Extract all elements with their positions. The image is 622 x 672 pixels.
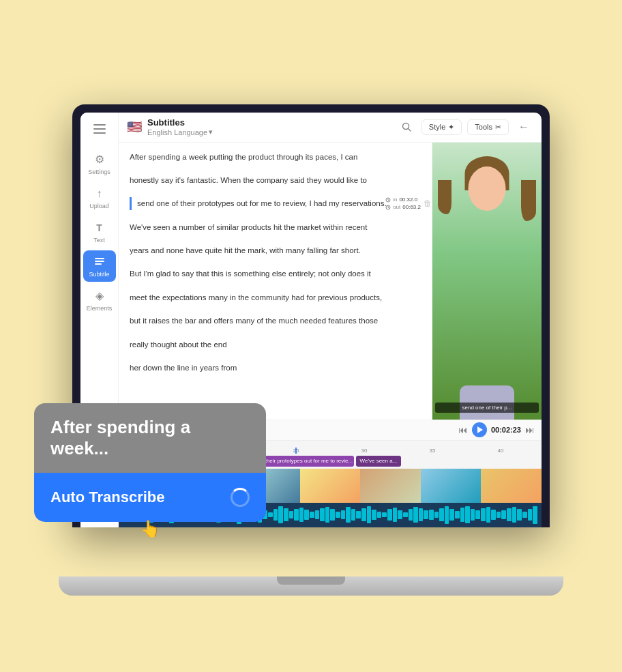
time-out-value: 00:63.2 <box>402 204 421 210</box>
text-label: Text <box>93 237 105 244</box>
waveform-bar <box>320 508 325 521</box>
waveform-bar <box>372 510 376 520</box>
back-button[interactable]: ← <box>514 117 533 136</box>
upload-label: Upload <box>89 203 109 209</box>
waveform-bar <box>273 509 278 520</box>
waveform-bar <box>304 510 309 520</box>
preview-card-text: After spending a week... <box>50 417 250 459</box>
time-in-value: 00:32.0 <box>399 196 417 203</box>
app-header: 🇺🇸 Subtitles English Language ▾ <box>119 113 542 143</box>
waveform-bar <box>284 508 288 522</box>
player-controls: ⏮ 00:02:23 ⏭ <box>458 422 535 437</box>
style-button[interactable]: Style ✦ <box>421 119 462 135</box>
waveform-bar <box>330 509 335 520</box>
waveform-bar <box>533 506 537 524</box>
waveform-bar <box>346 507 351 522</box>
settings-label: Settings <box>88 169 110 175</box>
waveform-bar <box>471 509 475 521</box>
cursor-hand-icon: 👆 <box>140 519 160 538</box>
time-in-label: in <box>393 196 397 203</box>
text-editor[interactable]: After spending a week putting the produc… <box>119 143 432 420</box>
laptop-base <box>59 576 563 596</box>
subtitle-text: but it raises the bar and offers many of… <box>130 315 421 327</box>
table-row: But I'm glad to say that this is somethi… <box>130 267 421 280</box>
sidebar-item-settings[interactable]: ⚙ Settings <box>83 148 116 179</box>
waveform-bar <box>393 508 398 522</box>
header-title: Subtitles <box>147 117 213 128</box>
time-info: in 00:32.0 out 00:63.2 <box>385 196 421 210</box>
laptop-notch <box>277 576 345 585</box>
tools-button[interactable]: Tools ✂ <box>467 119 509 135</box>
skip-back-button[interactable]: ⏮ <box>458 424 468 435</box>
subtitle-icon <box>92 254 107 269</box>
waveform-bar <box>517 509 522 520</box>
waveform-bar <box>497 512 501 518</box>
subtitle-text: send one of their prototypes out for me … <box>137 197 421 209</box>
ruler-mark: 30 <box>330 448 398 454</box>
search-button[interactable] <box>397 117 416 136</box>
table-row: but it raises the bar and offers many of… <box>130 315 421 327</box>
waveform-bar <box>315 510 320 518</box>
time-out-label: out <box>393 204 400 210</box>
waveform-bar <box>434 512 439 518</box>
waveform-bar <box>491 510 496 520</box>
waveform-bar <box>382 512 387 516</box>
subtitle-text: honestly say it's fantastic. When the co… <box>130 174 421 186</box>
ruler-mark: 25 <box>262 448 330 454</box>
waveform-bar <box>481 508 486 521</box>
waveform-bar <box>351 509 356 521</box>
preview-card: After spending a week... <box>34 403 266 473</box>
subtitle-text: meet the expectations many in the commun… <box>130 291 421 304</box>
svg-line-11 <box>388 200 389 201</box>
waveform-bar <box>419 508 424 521</box>
sidebar-item-subtitle[interactable]: Subtitle <box>83 250 116 282</box>
waveform-bar <box>409 509 413 521</box>
ruler-mark: 40 <box>466 448 535 454</box>
play-button[interactable] <box>472 422 487 437</box>
waveform-bar <box>361 508 366 522</box>
language-dropdown[interactable]: ▾ <box>209 128 213 136</box>
subtitle-chip[interactable]: We've seen a... <box>356 456 402 467</box>
waveform-bar <box>449 509 454 520</box>
waveform-bar <box>289 511 294 518</box>
auto-transcribe-button[interactable]: Auto Transcribe <box>34 473 266 522</box>
waveform-bar <box>413 507 418 523</box>
waveform-bar <box>336 512 340 518</box>
svg-rect-0 <box>95 258 104 259</box>
waveform-bar <box>439 508 444 522</box>
table-row: her down the line in years from <box>130 362 421 374</box>
waveform-bar <box>465 506 470 523</box>
sidebar-item-elements[interactable]: ◈ Elements <box>83 284 116 316</box>
subtitle-label: Subtitle <box>89 271 109 278</box>
table-row: really thought about the end <box>130 338 421 351</box>
sidebar-item-upload[interactable]: ↑ Upload <box>83 182 116 214</box>
waveform-bar <box>341 510 346 520</box>
language-label: English Language <box>147 128 207 136</box>
video-preview: send one of their p... <box>432 143 542 420</box>
sidebar-item-text[interactable]: T Text <box>83 216 116 248</box>
elements-label: Elements <box>87 305 113 312</box>
svg-line-8 <box>408 129 411 132</box>
table-row: After spending a week putting the produc… <box>130 151 421 163</box>
hamburger-menu-icon[interactable] <box>89 118 110 140</box>
waveform-bar <box>398 510 402 520</box>
subtitle-text: But I'm glad to say that this is somethi… <box>130 267 421 280</box>
subtitle-text: years and none have quite hit the mark, … <box>130 244 421 257</box>
delete-icon[interactable]: 🗑 <box>424 199 432 208</box>
header-title-group: Subtitles English Language ▾ <box>147 117 213 136</box>
table-row: We've seen a number of similar products … <box>130 221 421 233</box>
svg-rect-1 <box>95 261 104 262</box>
table-row-active: send one of their prototypes out for me … <box>130 197 421 209</box>
waveform-bar <box>310 512 314 518</box>
skip-forward-button[interactable]: ⏭ <box>525 424 535 435</box>
style-icon: ✦ <box>448 123 454 132</box>
time-display: 00:02:23 <box>491 426 521 434</box>
waveform-bar <box>367 506 372 523</box>
style-label: Style <box>429 123 445 131</box>
photo-cell <box>481 469 542 503</box>
waveform-bar <box>403 512 408 517</box>
waveform-bar <box>268 512 273 517</box>
waveform-bar <box>294 509 299 521</box>
subtitle-text: We've seen a number of similar products … <box>130 221 421 233</box>
subtitle-text: After spending a week putting the produc… <box>130 151 421 163</box>
